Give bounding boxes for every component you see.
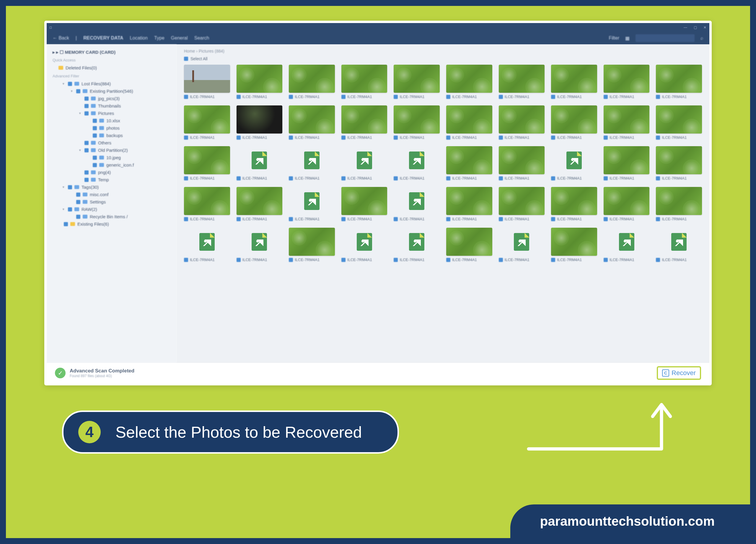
- image-file-icon: [304, 192, 320, 210]
- thumbnail[interactable]: ILCE-7RM4A1: [237, 105, 283, 140]
- grid-view-icon[interactable]: ▦: [625, 35, 630, 41]
- thumbnail[interactable]: ILCE-7RM4A1: [604, 65, 650, 99]
- filter-button[interactable]: Filter: [609, 35, 619, 41]
- thumbnail[interactable]: ILCE-7RM4A1: [289, 146, 335, 180]
- tree-item[interactable]: 10.jpeg: [50, 154, 174, 161]
- image-file-icon: [252, 233, 267, 251]
- thumbnail[interactable]: ILCE-7RM4A1: [237, 65, 283, 99]
- tree-item[interactable]: ▾Tags(30): [50, 183, 174, 191]
- toolbar-item[interactable]: Location: [130, 35, 148, 41]
- thumbnail[interactable]: ILCE-7RM4A1: [394, 105, 440, 140]
- tree-item[interactable]: 10.xlsx: [50, 117, 174, 124]
- thumbnail[interactable]: ILCE-7RM4A1: [237, 146, 283, 180]
- tree-item[interactable]: Others: [50, 139, 174, 146]
- thumbnail[interactable]: ILCE-7RM4A1: [604, 228, 650, 262]
- thumbnail[interactable]: ILCE-7RM4A1: [604, 105, 650, 140]
- thumbnail[interactable]: ILCE-7RM4A1: [446, 146, 492, 180]
- thumbnail[interactable]: ILCE-7RM4A1: [237, 187, 283, 221]
- thumbnail[interactable]: ILCE-7RM4A1: [446, 228, 492, 262]
- toolbar: ← Back | RECOVERY DATA Location Type Gen…: [47, 32, 709, 44]
- maximize-icon[interactable]: ▢: [694, 25, 697, 30]
- thumbnail[interactable]: ILCE-7RM4A1: [184, 228, 230, 262]
- thumbnail[interactable]: ILCE-7RM4A1: [551, 105, 597, 140]
- toolbar-item[interactable]: Search: [194, 35, 209, 41]
- thumbnail[interactable]: ILCE-7RM4A1: [604, 187, 650, 221]
- tree-item[interactable]: misc.conf: [50, 191, 174, 198]
- thumbnail[interactable]: ILCE-7RM4A1: [341, 146, 387, 180]
- tree-item[interactable]: ▾Existing Partition(546): [50, 87, 174, 95]
- thumbnail[interactable]: ILCE-7RM4A1: [341, 65, 387, 99]
- minimize-icon[interactable]: —: [684, 25, 687, 30]
- close-icon[interactable]: ✕: [703, 25, 706, 30]
- thumbnail[interactable]: ILCE-7RM4A1: [289, 228, 335, 262]
- thumbnail[interactable]: ILCE-7RM4A1: [446, 105, 492, 140]
- select-all[interactable]: Select All: [184, 56, 702, 61]
- tree-item[interactable]: ▾Pictures: [50, 110, 174, 117]
- tree-item[interactable]: ▾RAW(2): [50, 206, 174, 213]
- tree-item[interactable]: Recycle Bin Items /: [50, 213, 174, 220]
- thumbnail[interactable]: ILCE-7RM4A1: [184, 65, 230, 99]
- search-input[interactable]: [636, 34, 695, 42]
- tree-item[interactable]: photos: [50, 124, 174, 132]
- thumbnail[interactable]: ILCE-7RM4A1: [394, 187, 440, 221]
- tree-item-deleted[interactable]: Deleted Files(0): [50, 64, 174, 71]
- tree-item[interactable]: generic_icon.f: [50, 161, 174, 169]
- thumbnail[interactable]: ILCE-7RM4A1: [551, 187, 597, 221]
- thumbnail[interactable]: ILCE-7RM4A1: [499, 146, 545, 180]
- thumbnail-label: ILCE-7RM4A1: [604, 95, 650, 99]
- toolbar-item[interactable]: General: [171, 35, 188, 41]
- thumbnail[interactable]: ILCE-7RM4A1: [341, 187, 387, 221]
- thumbnail[interactable]: ILCE-7RM4A1: [394, 146, 440, 180]
- tree-item[interactable]: png(4): [50, 169, 174, 176]
- toolbar-item[interactable]: Type: [154, 35, 164, 41]
- thumbnail[interactable]: ILCE-7RM4A1: [446, 187, 492, 221]
- thumbnail[interactable]: ILCE-7RM4A1: [656, 228, 702, 262]
- tree-item[interactable]: jpg_pics(3): [50, 95, 174, 102]
- thumbnail[interactable]: ILCE-7RM4A1: [551, 228, 597, 262]
- thumbnail[interactable]: ILCE-7RM4A1: [499, 187, 545, 221]
- thumbnail-label: ILCE-7RM4A1: [394, 95, 440, 99]
- tree-item[interactable]: Existing Files(6): [50, 220, 174, 228]
- thumbnail[interactable]: ILCE-7RM4A1: [289, 65, 335, 99]
- tree-item[interactable]: ▾Old Partition(2): [50, 146, 174, 154]
- slide-background: □ — ▢ ✕ ← Back | RECOVERY DATA Location …: [6, 6, 750, 538]
- thumbnail-label: ILCE-7RM4A1: [604, 258, 650, 262]
- recover-button[interactable]: Recover: [657, 366, 701, 380]
- tree-item[interactable]: Temp: [50, 176, 174, 183]
- thumbnail-label: ILCE-7RM4A1: [341, 135, 387, 140]
- thumbnail[interactable]: ILCE-7RM4A1: [184, 187, 230, 221]
- tree-item[interactable]: Settings: [50, 198, 174, 206]
- search-icon[interactable]: ⌕: [700, 35, 703, 41]
- thumbnail[interactable]: ILCE-7RM4A1: [656, 146, 702, 180]
- thumbnail[interactable]: ILCE-7RM4A1: [289, 187, 335, 221]
- thumbnail[interactable]: ILCE-7RM4A1: [289, 105, 335, 140]
- thumbnail[interactable]: ILCE-7RM4A1: [656, 65, 702, 99]
- thumbnail[interactable]: ILCE-7RM4A1: [499, 65, 545, 99]
- toolbar-item[interactable]: RECOVERY DATA: [83, 35, 123, 41]
- thumbnail[interactable]: ILCE-7RM4A1: [394, 65, 440, 99]
- thumbnail[interactable]: ILCE-7RM4A1: [604, 146, 650, 180]
- thumbnail-label: ILCE-7RM4A1: [656, 258, 702, 262]
- thumbnail[interactable]: ILCE-7RM4A1: [551, 65, 597, 99]
- thumbnail[interactable]: ILCE-7RM4A1: [184, 105, 230, 140]
- thumbnail[interactable]: ILCE-7RM4A1: [394, 228, 440, 262]
- thumbnail-label: ILCE-7RM4A1: [499, 176, 545, 180]
- thumbnail[interactable]: ILCE-7RM4A1: [341, 228, 387, 262]
- thumbnail[interactable]: ILCE-7RM4A1: [446, 65, 492, 99]
- thumbnail-label: ILCE-7RM4A1: [289, 135, 335, 140]
- thumbnail[interactable]: ILCE-7RM4A1: [341, 105, 387, 140]
- image-file-icon: [409, 233, 424, 251]
- thumbnail[interactable]: ILCE-7RM4A1: [499, 105, 545, 140]
- thumbnail[interactable]: ILCE-7RM4A1: [656, 187, 702, 221]
- tree-item[interactable]: Thumbnails: [50, 102, 174, 110]
- thumbnail-label: ILCE-7RM4A1: [446, 258, 492, 262]
- thumbnail[interactable]: ILCE-7RM4A1: [237, 228, 283, 262]
- thumbnail[interactable]: ILCE-7RM4A1: [184, 146, 230, 180]
- thumbnail[interactable]: ILCE-7RM4A1: [656, 105, 702, 140]
- thumbnail[interactable]: ILCE-7RM4A1: [499, 228, 545, 262]
- back-button[interactable]: ← Back: [53, 35, 69, 41]
- tree-item[interactable]: ▾Lost Files(884): [50, 80, 174, 87]
- tree-item[interactable]: backups: [50, 132, 174, 139]
- tree-root[interactable]: ▸ ▸ ☐ MEMORY CARD (CARD): [50, 50, 174, 55]
- thumbnail[interactable]: ILCE-7RM4A1: [551, 146, 597, 180]
